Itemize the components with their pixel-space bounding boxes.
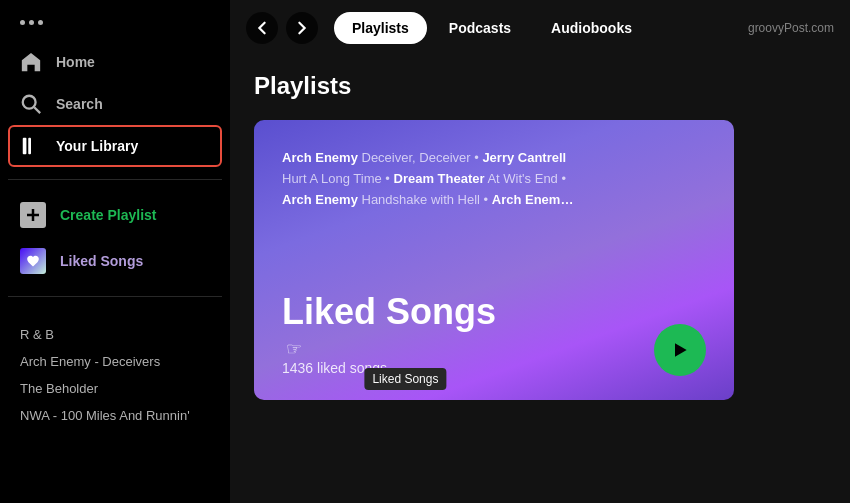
sidebar-divider-2: [8, 296, 222, 297]
tab-audiobooks[interactable]: Audiobooks: [533, 12, 650, 44]
create-playlist-button[interactable]: Create Playlist: [8, 192, 222, 238]
sidebar-actions: Create Playlist Liked Songs: [0, 192, 230, 284]
track-title-4: Handshake with Hell •: [362, 192, 492, 207]
create-playlist-icon: [20, 202, 46, 228]
sidebar-item-home[interactable]: Home: [8, 41, 222, 83]
library-icon: [20, 135, 42, 157]
section-title: Playlists: [254, 72, 826, 100]
track-title-2: Hurt A Long Time •: [282, 171, 394, 186]
svg-rect-2: [23, 138, 27, 155]
track-title-3: At Wit's End •: [487, 171, 566, 186]
tab-podcasts[interactable]: Podcasts: [431, 12, 529, 44]
liked-songs-icon: [20, 248, 46, 274]
forward-button[interactable]: [286, 12, 318, 44]
track-artist-4: Arch Enemy: [282, 192, 358, 207]
liked-songs-card[interactable]: Arch Enemy Deceiver, Deceiver • Jerry Ca…: [254, 120, 734, 400]
card-info: Liked Songs ☞ Liked Songs 1436 liked son…: [282, 292, 496, 376]
back-button[interactable]: [246, 12, 278, 44]
liked-songs-button[interactable]: Liked Songs: [8, 238, 222, 284]
cursor-icon: ☞: [286, 338, 302, 360]
svg-marker-6: [675, 343, 687, 356]
sidebar-playlists: R & B Arch Enemy - Deceivers The Beholde…: [0, 313, 230, 437]
sidebar-divider-1: [8, 179, 222, 180]
track-artist-3: Dream Theater: [394, 171, 485, 186]
list-item[interactable]: Arch Enemy - Deceivers: [20, 348, 210, 375]
home-icon: [20, 51, 42, 73]
card-tracks: Arch Enemy Deceiver, Deceiver • Jerry Ca…: [282, 148, 706, 210]
play-button[interactable]: [654, 324, 706, 376]
card-bottom: Liked Songs ☞ Liked Songs 1436 liked son…: [282, 292, 706, 376]
track-artist-2: Jerry Cantrell: [482, 150, 566, 165]
dot-1: [20, 20, 25, 25]
content-area: Playlists Arch Enemy Deceiver, Deceiver …: [230, 56, 850, 503]
track-artist-1: Arch Enemy: [282, 150, 358, 165]
tab-playlists[interactable]: Playlists: [334, 12, 427, 44]
main-content: Playlists Podcasts Audiobooks groovyPost…: [230, 0, 850, 503]
svg-rect-3: [28, 138, 31, 155]
card-count: 1436 liked songs: [282, 360, 496, 376]
dot-3: [38, 20, 43, 25]
dot-2: [29, 20, 34, 25]
list-item[interactable]: NWA - 100 Miles And Runnin': [20, 402, 210, 429]
your-library-label: Your Library: [56, 138, 138, 154]
list-item[interactable]: The Beholder: [20, 375, 210, 402]
sidebar-item-search[interactable]: Search: [8, 83, 222, 125]
sidebar: Home Search Your Library: [0, 0, 230, 503]
watermark: groovyPost.com: [748, 21, 834, 35]
tab-group: Playlists Podcasts Audiobooks: [334, 12, 650, 44]
svg-line-1: [34, 107, 40, 113]
sidebar-nav: Home Search Your Library: [0, 41, 230, 167]
card-title: Liked Songs: [282, 292, 496, 332]
sidebar-item-your-library[interactable]: Your Library: [8, 125, 222, 167]
sidebar-menu-dots[interactable]: [0, 16, 230, 41]
topbar: Playlists Podcasts Audiobooks groovyPost…: [230, 0, 850, 56]
search-icon: [20, 93, 42, 115]
card-title-wrapper: Liked Songs ☞ Liked Songs: [282, 292, 496, 360]
track-title-1: Deceiver, Deceiver •: [362, 150, 483, 165]
track-artist-5: Arch Enem…: [492, 192, 574, 207]
svg-point-0: [23, 96, 36, 109]
list-item[interactable]: R & B: [20, 321, 210, 348]
